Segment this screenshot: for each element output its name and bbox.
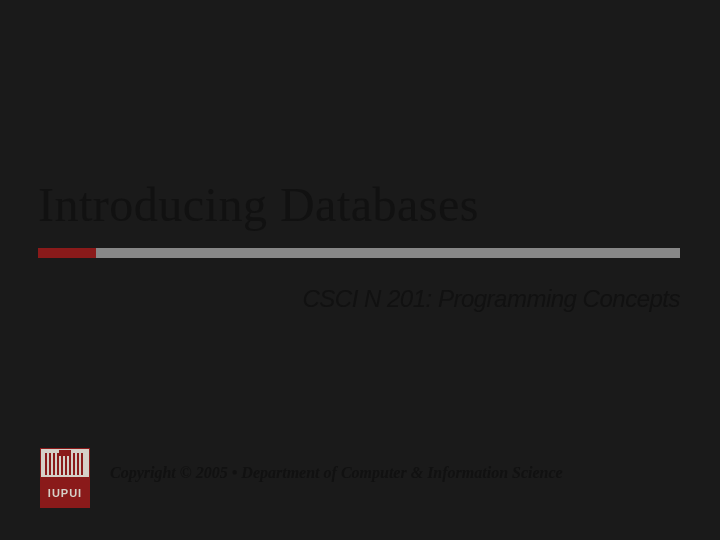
logo-building-icon (40, 448, 90, 478)
slide-subtitle: CSCI N 201: Programming Concepts (0, 285, 680, 313)
title-block: Introducing Databases (38, 177, 658, 232)
logo-text: IUPUI (40, 478, 90, 508)
divider-bar (38, 248, 680, 258)
iupui-logo: IUPUI (40, 448, 90, 508)
copyright-text: Copyright © 2005 • Department of Compute… (110, 464, 690, 482)
subtitle-block: CSCI N 201: Programming Concepts (0, 285, 680, 313)
copyright-block: Copyright © 2005 • Department of Compute… (110, 464, 690, 482)
slide-title: Introducing Databases (38, 177, 658, 232)
